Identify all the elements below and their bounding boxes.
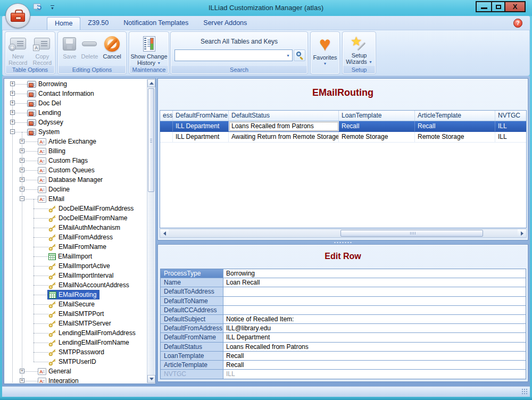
scroll-down-button[interactable] [147,375,155,383]
expand-toggle[interactable]: + [20,158,24,163]
edit-field-row[interactable]: LoanTemplateRecall [161,352,526,361]
expand-toggle[interactable]: + [20,187,24,191]
column-header-articletemplate[interactable]: ArticleTemplate [415,111,495,121]
tree-item-smtppassword[interactable]: SMTPPassword [5,347,147,357]
field-value-processtype[interactable]: Borrowing [223,269,526,278]
field-value-defaultfromaddress[interactable]: ILL@library.edu [223,324,526,332]
table-row[interactable]: ILL DepartmentLoans Recalled from Patron… [160,121,526,132]
field-value-defaultfromname[interactable]: ILL Department [223,333,526,341]
favorites-button[interactable]: ♥ Favorites ▼ [311,33,339,65]
tree-item-custom-flags[interactable]: +Custom Flags [5,156,147,165]
tree-item-odyssey[interactable]: +Odyssey [5,118,147,127]
tree-item-emailsmtpserver[interactable]: EMailSMTPServer [5,319,147,328]
tree-item-custom-queues[interactable]: +Custom Queues [5,165,147,175]
field-label-defaultccaddress[interactable]: DefaultCCAddress [161,306,223,314]
edit-field-row[interactable]: DefaultFromAddressILL@library.edu [161,324,526,333]
column-header-defaultstatus[interactable]: DefaultStatus [229,111,339,121]
cancel-button[interactable]: Cancel [103,33,121,60]
scroll-left-button[interactable] [160,229,169,237]
grid-cell[interactable]: ILL [495,121,527,131]
edit-field-row[interactable]: ArticleTemplateRecall [161,361,526,370]
tree-item-smtpuserid[interactable]: SMTPUserID [5,357,147,366]
tree-item-doc-del[interactable]: +Doc Del [5,98,147,108]
expand-toggle[interactable]: + [20,378,24,383]
tree-item-email[interactable]: −EMail [5,194,147,204]
show-change-history-button[interactable]: Show Change History ▼ [129,33,169,66]
expand-toggle[interactable]: + [20,148,24,153]
grid-cell[interactable]: Recall [339,121,415,131]
delete-button[interactable]: Delete [81,33,98,60]
expand-toggle[interactable]: + [10,81,15,86]
column-header-nvtgc[interactable]: NVTGC [495,111,527,121]
maximize-button[interactable] [491,1,505,12]
edit-field-row[interactable]: DefaultFromNameILL Department [161,333,526,342]
grid-cell[interactable]: Remote Storage [339,132,415,142]
grid-cell[interactable]: Loans Recalled from Patrons [229,121,339,131]
setup-wizards-button[interactable]: ★ Setup Wizards ▼ [344,33,374,65]
grid-cell[interactable]: ILL Department [173,121,229,131]
field-value-defaulttoname[interactable] [223,297,526,305]
field-label-defaultsubject[interactable]: DefaultSubject [161,315,223,323]
tree-item-lendingemailfromname[interactable]: LendingEMailFromName [5,338,147,347]
help-button[interactable]: ? [513,19,522,28]
grid-cell[interactable] [160,132,173,142]
field-label-defaultfromaddress[interactable]: DefaultFromAddress [161,324,223,332]
expand-toggle[interactable]: + [10,91,15,96]
column-header-loantemplate[interactable]: LoanTemplate [339,111,415,121]
field-label-defaultfromname[interactable]: DefaultFromName [161,333,223,341]
tree-item-general[interactable]: +General [5,366,147,376]
field-value-defaulttoaddress[interactable] [223,287,526,296]
grid-cell[interactable]: Recall [415,121,495,131]
close-button[interactable]: X [504,1,526,12]
tree-item-borrowing[interactable]: +Borrowing [5,79,147,89]
tab-z39-50[interactable]: Z39.50 [80,17,116,30]
field-label-nvtgc[interactable]: NVTGC [161,370,223,379]
expand-toggle[interactable]: + [10,101,15,105]
grid-cell[interactable]: Awaiting Return from Remote Storage [229,132,339,142]
tree-item-emailimportactive[interactable]: EMailImportActive [5,261,147,271]
tab-notification-templates[interactable]: Notification Templates [116,17,196,30]
expand-toggle[interactable]: + [10,120,15,124]
tree-item-emailfromname[interactable]: EMailFromName [5,242,147,252]
grid-cell[interactable] [160,121,173,131]
tree-item-docdelemailfromaddress[interactable]: DocDelEMailFromAddress [5,204,147,213]
field-value-name[interactable]: Loan Recall [223,278,526,287]
tree-item-integration[interactable]: +Integration [5,376,147,383]
expand-toggle[interactable]: + [10,110,15,115]
app-menu-button[interactable] [5,3,30,28]
field-label-defaulttoaddress[interactable]: DefaultToAddress [161,287,223,296]
expand-toggle[interactable]: + [20,369,24,373]
new-record-button[interactable]: + New Record [6,33,30,66]
edit-field-row[interactable]: DefaultSubjectNotice of Recalled Item: [161,315,526,324]
tree-vertical-scrollbar[interactable] [147,79,155,383]
field-value-defaultsubject[interactable]: Notice of Recalled Item: [223,315,526,323]
field-label-processtype[interactable]: ProcessType [161,269,223,278]
tree-item-article-exchange[interactable]: +Article Exchange [5,137,147,146]
tree-item-lendingemailfromaddress[interactable]: LendingEMailFromAddress [5,328,147,338]
refresh-record-icon[interactable] [33,3,43,12]
grid-cell[interactable]: Remote Storage [415,132,495,142]
field-label-loantemplate[interactable]: LoanTemplate [161,352,223,360]
search-go-button[interactable] [294,49,305,61]
copy-record-button[interactable]: A Copy Record [30,33,54,66]
edit-field-row[interactable]: DefaultToAddress [161,287,526,296]
field-value-defaultccaddress[interactable] [223,306,526,314]
search-input[interactable]: ▼ [174,49,293,61]
search-dropdown-button[interactable]: ▼ [284,50,292,61]
tree-item-emailsmtpport[interactable]: EMailSMTPPort [5,309,147,319]
tree-item-emailimportinterval[interactable]: EMailImportInterval [5,271,147,280]
tree-item-database-manager[interactable]: +Database Manager [5,175,147,185]
field-label-defaulttoname[interactable]: DefaultToName [161,297,223,305]
collapse-toggle[interactable]: − [20,196,24,201]
tree-item-emailnoaccountaddress[interactable]: EMailNoAccountAddress [5,280,147,290]
tree-item-docdelemailfromname[interactable]: DocDelEMailFromName [5,213,147,223]
resize-grip-icon[interactable] [521,388,528,395]
field-value-nvtgc[interactable]: ILL [223,370,526,379]
expand-toggle[interactable]: + [20,168,24,172]
tree-item-lending[interactable]: +Lending [5,108,147,118]
tree-item-docline[interactable]: +Docline [5,185,147,194]
minimize-button[interactable] [476,1,492,12]
qat-customize-caret-icon[interactable]: ▼ [51,5,54,10]
tree-item-emailsecure[interactable]: EMailSecure [5,299,147,309]
tab-server-addons[interactable]: Server Addons [196,17,254,30]
